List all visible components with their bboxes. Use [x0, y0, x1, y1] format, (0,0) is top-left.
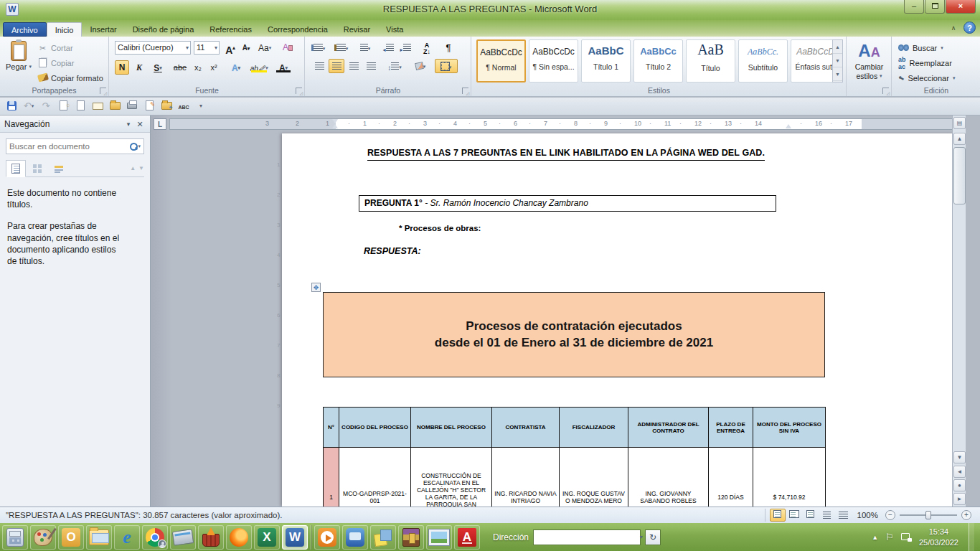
underline-button[interactable]: S▾	[148, 60, 168, 75]
numbering-button[interactable]: ▾	[334, 40, 350, 55]
tab-revisar[interactable]: Revisar	[336, 22, 378, 37]
justify-button[interactable]	[363, 59, 379, 73]
close-button[interactable]: ×	[946, 0, 976, 14]
increase-indent-button[interactable]: ▸	[397, 40, 413, 55]
tab-correspondencia[interactable]: Correspondencia	[260, 22, 336, 37]
style-titulo[interactable]: AaBTítulo	[686, 39, 735, 83]
change-case-button[interactable]: Aa▾	[258, 40, 272, 55]
bullets-button[interactable]: ▾	[311, 40, 327, 55]
font-dialog-launcher[interactable]	[296, 88, 302, 94]
spelling-button[interactable]: ABC✓	[176, 99, 191, 113]
decrease-indent-button[interactable]: ◂	[380, 40, 396, 55]
taskbar-explorer-icon[interactable]	[86, 525, 112, 550]
borders-button[interactable]: ▾	[435, 59, 458, 73]
format-painter-button[interactable]: Copiar formato	[37, 71, 106, 85]
first-line-indent-marker[interactable]	[332, 119, 338, 123]
address-refresh-icon[interactable]: ↻	[645, 529, 661, 545]
taskbar-sticky-notes-icon[interactable]	[370, 525, 396, 550]
cut-button[interactable]: ✂Cortar	[37, 41, 106, 55]
select-browse-object-icon[interactable]: ●	[953, 479, 966, 491]
italic-button[interactable]: K	[132, 60, 146, 75]
nav-tab-pages[interactable]	[27, 160, 47, 177]
find-button[interactable]: Buscar ▾	[898, 41, 979, 55]
show-marks-button[interactable]: ¶	[440, 40, 456, 55]
tab-insertar[interactable]: Insertar	[82, 22, 124, 37]
tab-stop-selector[interactable]: L	[154, 118, 166, 130]
nav-tab-results[interactable]	[49, 160, 69, 177]
search-options-icon[interactable]: ▾	[138, 143, 141, 149]
table-move-handle-icon[interactable]: ✥	[311, 283, 321, 292]
clear-formatting-button[interactable]: A	[281, 40, 295, 55]
action-center-flag-icon[interactable]: ⚐	[885, 532, 894, 542]
tab-referencias[interactable]: Referencias	[202, 22, 260, 37]
taskbar-word-icon[interactable]: W	[282, 525, 308, 550]
taskbar-chrome-icon[interactable]	[142, 525, 168, 550]
replace-button[interactable]: abacReemplazar	[898, 56, 979, 70]
tab-inicio[interactable]: Inicio	[47, 22, 83, 37]
text-effects-button[interactable]: A▾	[227, 60, 245, 75]
open-button[interactable]	[108, 99, 122, 113]
taskbar-outlook-icon[interactable]: O	[58, 525, 84, 550]
subscript-button[interactable]: x₂	[191, 60, 205, 75]
taskbar-autocad-icon[interactable]: A	[454, 525, 480, 550]
gallery-more-icon[interactable]: ▼	[833, 67, 842, 81]
taskbar-disc-burner-icon[interactable]	[198, 525, 224, 550]
grow-font-button[interactable]: A▴	[223, 40, 237, 55]
change-styles-button[interactable]: AA Cambiarestilos ▾	[847, 41, 891, 80]
view-ruler-toggle-icon[interactable]: ▤	[953, 117, 966, 129]
font-family-combo[interactable]: Calibri (Cuerpo)▾	[115, 41, 191, 55]
collapse-ribbon-icon[interactable]: ∧	[948, 23, 959, 33]
scroll-down-icon[interactable]: ▼	[953, 451, 966, 463]
previous-result-icon[interactable]: ▲	[130, 160, 136, 176]
restore-button[interactable]	[925, 0, 945, 14]
taskbar-paint-icon[interactable]	[30, 525, 56, 550]
zoom-slider-track[interactable]	[900, 514, 957, 516]
next-result-icon[interactable]: ▼	[138, 160, 144, 176]
vertical-scrollbar[interactable]: ▤ ▲ ▼ ◄ ● ►	[952, 116, 966, 507]
font-color-button[interactable]: A▾	[273, 60, 293, 75]
minimize-button[interactable]: –	[904, 0, 924, 14]
styles-dialog-launcher[interactable]	[882, 88, 889, 94]
copy-button[interactable]: Copiar	[37, 56, 106, 70]
print-preview-button[interactable]: ◌	[56, 99, 70, 113]
nav-search-box[interactable]: ▾	[6, 138, 144, 154]
draft-view-button[interactable]	[836, 509, 852, 522]
style-subtitulo[interactable]: AaBbCc.Subtítulo	[738, 39, 788, 83]
scroll-up-icon[interactable]: ▲	[953, 133, 966, 145]
sort-button[interactable]: AZ↓	[419, 40, 435, 55]
zoom-in-icon[interactable]: +	[961, 510, 971, 520]
bold-button[interactable]: N	[115, 60, 129, 75]
zoom-out-icon[interactable]: −	[885, 510, 895, 520]
clipboard-dialog-launcher[interactable]	[100, 88, 106, 94]
taskbar-photo-viewer-icon[interactable]	[426, 525, 452, 550]
redo-button[interactable]: ↷	[39, 99, 53, 113]
show-desktop-button[interactable]	[969, 523, 974, 551]
align-left-button[interactable]	[311, 59, 327, 73]
horizontal-ruler[interactable]: 321 1·2·3·4·5·6·7·8·9·10·11·12·13·14·16·…	[169, 118, 956, 130]
gallery-down-icon[interactable]: ▼	[833, 54, 842, 67]
paste-button[interactable]: Pegar ▾	[4, 39, 34, 86]
tab-vista[interactable]: Vista	[378, 22, 411, 37]
left-indent-marker[interactable]	[332, 124, 338, 128]
web-layout-view-button[interactable]	[803, 509, 819, 522]
edit-page-button[interactable]: ✎	[142, 99, 156, 113]
undo-button[interactable]: ↶▾	[22, 99, 36, 113]
outline-view-button[interactable]	[819, 509, 835, 522]
toolbar-overflow-button[interactable]: ▾	[194, 99, 208, 113]
style-titulo2[interactable]: AaBbCcTítulo 2	[633, 39, 683, 83]
strikethrough-button[interactable]: abe	[171, 60, 189, 75]
network-icon[interactable]	[901, 533, 912, 542]
style-sin-espaciado[interactable]: AaBbCcDc¶ Sin espa...	[529, 39, 578, 83]
gallery-up-icon[interactable]: ▲	[833, 40, 842, 54]
document-page[interactable]: RESPUESTA A LAS 7 PREGUNTAS EN EL LINK H…	[282, 133, 966, 507]
zoom-slider-thumb[interactable]	[925, 511, 931, 519]
nav-tab-headings[interactable]	[6, 160, 26, 177]
quick-print-button[interactable]	[125, 99, 139, 113]
taskbar-internet-explorer-icon[interactable]: e	[114, 525, 140, 550]
scrollbar-thumb[interactable]	[953, 147, 966, 204]
style-normal[interactable]: AaBbCcDc¶ Normal	[476, 39, 526, 83]
shading-button[interactable]: ▾	[410, 59, 430, 73]
search-icon[interactable]	[129, 142, 138, 151]
save-button[interactable]	[4, 99, 19, 113]
previous-page-icon[interactable]: ◄	[953, 466, 966, 478]
